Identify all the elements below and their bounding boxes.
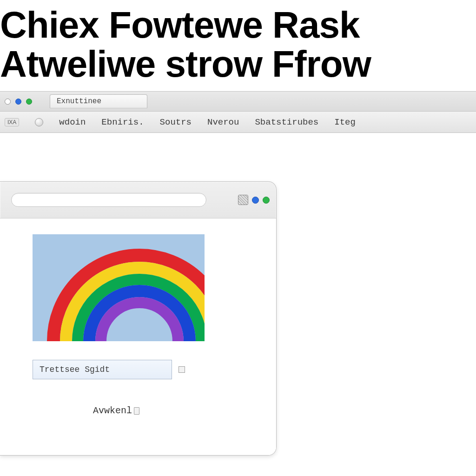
rainbow-image (33, 234, 205, 341)
window-dot-blue-icon[interactable] (15, 99, 21, 105)
browser-tab[interactable]: Exnuttinee (50, 94, 147, 108)
heading-line-1: Chiex Fowtewe Rask (0, 6, 476, 45)
menu-item-2[interactable]: Soutrs (160, 117, 192, 127)
page-icon (134, 407, 139, 415)
text-input-value: Trettsee Sgidt (40, 365, 110, 374)
menu-item-3[interactable]: Nverou (207, 117, 239, 127)
tab-strip: Exnuttinee (0, 91, 476, 112)
grid-icon[interactable] (238, 195, 248, 205)
window-dot-blank-icon[interactable] (5, 99, 11, 105)
inner-titlebar (0, 182, 276, 218)
rainbow-icon (46, 248, 205, 341)
inner-content: Trettsee Sgidt Avwkenl (0, 218, 276, 455)
inner-window: Trettsee Sgidt Avwkenl (0, 181, 277, 456)
menu-item-5[interactable]: Iteg (334, 117, 356, 127)
svg-point-4 (101, 303, 178, 341)
address-field[interactable] (11, 193, 206, 207)
menu-bar: IXA wdoin Ebniris. Soutrs Nverou Sbatsti… (0, 112, 476, 133)
checkbox-icon[interactable] (178, 366, 185, 373)
browser-tab-label: Exnuttinee (57, 97, 101, 106)
window-dot-green-icon[interactable] (26, 99, 32, 105)
heading-line-2: Atweliwe strow Ffrow (0, 45, 476, 84)
bottom-label: Avwkenl (33, 405, 258, 416)
menu-item-1[interactable]: Ebniris. (101, 117, 144, 127)
menu-badge: IXA (5, 118, 19, 126)
menu-item-4[interactable]: Sbatstirubes (255, 117, 318, 127)
bottom-label-text: Avwkenl (93, 405, 132, 416)
inner-dot-blue-icon[interactable] (252, 197, 259, 204)
menu-item-0[interactable]: wdoin (59, 117, 86, 127)
text-input[interactable]: Trettsee Sgidt (33, 360, 172, 379)
globe-icon[interactable] (35, 118, 43, 126)
inner-dot-green-icon[interactable] (263, 197, 270, 204)
outer-toolbar-group: Exnuttinee IXA wdoin Ebniris. Soutrs Nve… (0, 91, 476, 133)
